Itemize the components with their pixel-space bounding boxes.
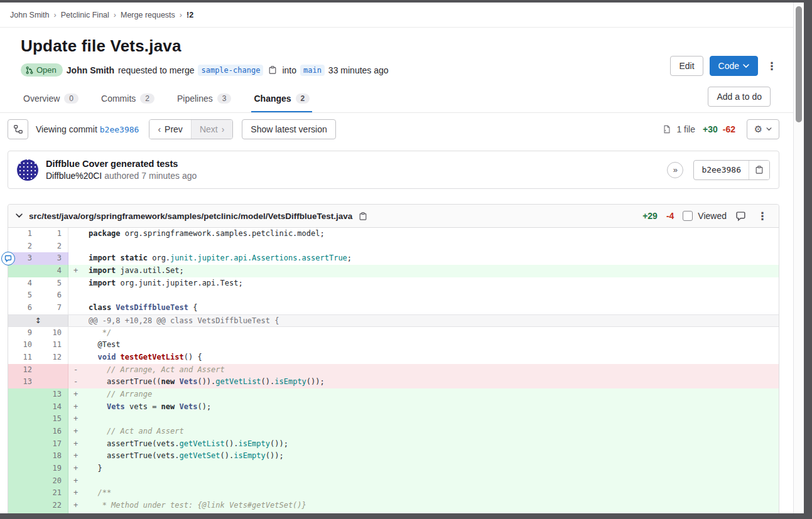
- new-line-number[interactable]: 7: [38, 302, 68, 314]
- tab-changes[interactable]: Changes 2: [251, 94, 312, 112]
- old-line-number[interactable]: 4: [8, 277, 38, 290]
- old-line-number[interactable]: 2: [8, 240, 38, 253]
- mr-options-kebab-icon[interactable]: ⋮: [764, 60, 779, 73]
- commit-title[interactable]: Diffblue Cover generated tests: [46, 159, 197, 169]
- viewed-toggle[interactable]: Viewed: [683, 211, 727, 221]
- file-comment-icon[interactable]: [735, 211, 746, 222]
- code-dropdown-label: Code: [718, 61, 739, 71]
- page-scrollbar[interactable]: [793, 3, 804, 513]
- old-line-number[interactable]: [8, 438, 38, 451]
- diff-row: 13+ // Arrange: [8, 388, 779, 401]
- tab-overview[interactable]: Overview 0: [21, 94, 81, 112]
- diff-row: 20+: [8, 475, 779, 488]
- diff-marker: +: [68, 388, 84, 401]
- diff-marker: [68, 252, 84, 265]
- old-line-number[interactable]: [8, 413, 38, 425]
- target-branch-label[interactable]: main: [300, 65, 325, 76]
- new-line-number[interactable]: 22: [38, 500, 68, 512]
- breadcrumb-link-project[interactable]: Petclinic Final: [61, 11, 109, 19]
- diff-settings-button[interactable]: ⚙: [747, 119, 779, 139]
- old-line-number[interactable]: [8, 450, 38, 463]
- old-line-number[interactable]: 11: [8, 351, 38, 364]
- diff-row: 910 */: [8, 327, 779, 340]
- old-line-number[interactable]: [8, 401, 38, 414]
- new-line-number[interactable]: 15: [38, 413, 68, 425]
- prev-commit-button[interactable]: ‹ Prev: [149, 120, 190, 139]
- file-tree-toggle-button[interactable]: [8, 119, 28, 139]
- new-line-number[interactable]: 2: [38, 240, 68, 253]
- add-todo-button[interactable]: Add a to do: [708, 87, 771, 107]
- old-line-number[interactable]: 13: [8, 376, 38, 388]
- code-dropdown-button[interactable]: Code: [710, 56, 758, 76]
- copy-commit-sha-icon[interactable]: [749, 161, 769, 179]
- new-line-number[interactable]: 23: [38, 512, 68, 513]
- tab-commits[interactable]: Commits 2: [99, 94, 157, 112]
- old-line-number[interactable]: [8, 425, 38, 438]
- scrollbar-thumb[interactable]: [796, 6, 802, 122]
- viewing-commit-sha-link[interactable]: b2ee3986: [100, 125, 139, 134]
- new-line-number[interactable]: [38, 376, 68, 388]
- new-line-number[interactable]: 13: [38, 388, 68, 401]
- file-options-kebab-icon[interactable]: ⋮: [755, 210, 770, 223]
- new-line-number[interactable]: 17: [38, 438, 68, 451]
- diff-marker: [68, 327, 84, 340]
- avatar[interactable]: [17, 159, 38, 181]
- tab-pipelines[interactable]: Pipelines 3: [175, 94, 234, 112]
- tab-count-badge: 2: [296, 94, 310, 104]
- mr-author[interactable]: John Smith: [67, 65, 114, 75]
- old-line-number[interactable]: [8, 463, 38, 475]
- copy-file-path-icon[interactable]: [359, 211, 367, 221]
- copy-branch-icon[interactable]: [268, 65, 277, 75]
- diff-marker: +: [68, 450, 84, 463]
- new-line-number[interactable]: 12: [38, 351, 68, 364]
- show-latest-version-button[interactable]: Show latest version: [242, 119, 335, 139]
- breadcrumb-link-merge-requests[interactable]: Merge requests: [121, 11, 175, 19]
- expand-lines-icon[interactable]: ↕: [8, 315, 68, 326]
- old-line-number[interactable]: [8, 500, 38, 512]
- diff-row: 45import org.junit.jupiter.api.Test;: [8, 277, 779, 290]
- mr-into-text: into: [282, 65, 296, 75]
- new-line-number[interactable]: 1: [38, 228, 68, 240]
- source-branch-label[interactable]: sample-change: [198, 65, 263, 76]
- new-line-number[interactable]: 11: [38, 339, 68, 351]
- new-line-number[interactable]: 3: [38, 252, 68, 265]
- next-commit-button[interactable]: Next ›: [191, 120, 232, 139]
- mr-requested-text: requested to merge: [118, 65, 194, 75]
- new-line-number[interactable]: 4: [38, 265, 68, 277]
- new-line-number[interactable]: [38, 364, 68, 377]
- old-line-number[interactable]: 9: [8, 327, 38, 340]
- diff-row: 16+ // Act and Assert: [8, 425, 779, 438]
- code-line: class VetsDiffblueTest {: [84, 302, 779, 314]
- diff-row: 33import static org.junit.jupiter.api.As…: [8, 252, 779, 265]
- viewed-checkbox[interactable]: [683, 211, 693, 221]
- collapse-file-chevron-icon[interactable]: [16, 213, 23, 218]
- new-line-number[interactable]: 21: [38, 487, 68, 500]
- new-line-number[interactable]: 18: [38, 450, 68, 463]
- new-line-number[interactable]: 20: [38, 475, 68, 488]
- new-line-number[interactable]: 6: [38, 289, 68, 302]
- diff-marker: +: [68, 475, 84, 488]
- new-line-number[interactable]: 19: [38, 463, 68, 475]
- new-line-number[interactable]: 14: [38, 401, 68, 414]
- diff-row: 18+ assertTrue(vets.getVetSet().isEmpty(…: [8, 450, 779, 463]
- old-line-number[interactable]: [8, 512, 38, 513]
- old-line-number[interactable]: 6: [8, 302, 38, 314]
- old-line-number[interactable]: [8, 475, 38, 488]
- edit-button[interactable]: Edit: [670, 56, 703, 76]
- old-line-number[interactable]: [8, 265, 38, 277]
- new-line-number[interactable]: 16: [38, 425, 68, 438]
- mr-meta: Open John Smith requested to merge sampl…: [21, 63, 778, 77]
- commit-subtitle: Diffblue%20CI authored 7 minutes ago: [46, 171, 197, 181]
- breadcrumb-link-user[interactable]: John Smith: [10, 11, 50, 19]
- new-line-number[interactable]: 5: [38, 277, 68, 290]
- expand-commit-description-icon[interactable]: »: [667, 162, 683, 178]
- file-deletions: -4: [666, 211, 674, 221]
- old-line-number[interactable]: 10: [8, 339, 38, 351]
- new-line-number[interactable]: 10: [38, 327, 68, 340]
- old-line-number[interactable]: 5: [8, 289, 38, 302]
- old-line-number[interactable]: [8, 388, 38, 401]
- old-line-number[interactable]: [8, 487, 38, 500]
- old-line-number[interactable]: 1: [8, 228, 38, 240]
- file-path[interactable]: src/test/java/org/springframework/sample…: [29, 211, 352, 221]
- old-line-number[interactable]: 12: [8, 364, 38, 377]
